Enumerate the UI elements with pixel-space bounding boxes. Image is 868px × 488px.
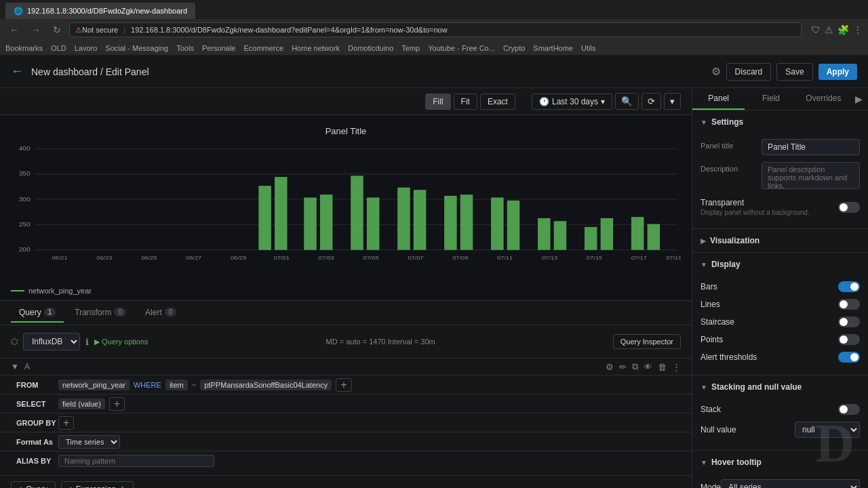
forward-button[interactable]: → [27,23,45,37]
extension-icon-2[interactable]: ⚠ [825,24,833,35]
extensions-icon[interactable]: 🧩 [837,24,849,35]
search-button[interactable]: 🔍 [615,93,639,110]
tab-query[interactable]: Query 1 [11,304,64,323]
address-bar[interactable]: ⚠ Not secure | 192.168.1.8:3000/d/D8Fwdo… [69,22,802,37]
add-expression-label: Expression [76,485,116,488]
group-by-add-button[interactable]: + [58,416,74,430]
format-as-select[interactable]: Time series [58,435,120,449]
more-options-button[interactable]: ▾ [664,93,681,110]
time-range-button[interactable]: 🕐 Last 30 days ▾ [532,94,612,110]
stack-toggle[interactable] [838,404,860,415]
section-label-a: A [24,362,30,371]
bookmark-social[interactable]: Social - Messaging [105,44,168,52]
bookmark-tools[interactable]: Tools [176,44,194,52]
svg-rect-10 [258,186,271,250]
apply-button[interactable]: Apply [818,64,857,80]
where-item-tag[interactable]: item [165,380,188,390]
reload-button[interactable]: ↻ [49,23,65,37]
help-icon-button[interactable]: ℹ [85,337,89,347]
add-query-label: Query [26,485,48,488]
svg-text:06/29: 06/29 [231,254,246,260]
tab-transform[interactable]: Transform 0 [66,304,134,323]
hover-tooltip-section-label: Hover tooltip [711,458,762,467]
tab-transform-badge: 0 [114,308,126,317]
where-value-tag[interactable]: ptPPMansardaSonoffBasic04Latency [200,380,332,390]
browser-tab-active[interactable]: 🌐 192.168.1.8:3000/d/D8FwdoZgk/new-dashb… [5,3,195,19]
alias-by-row: ALIAS BY [0,451,692,470]
section-more-icon[interactable]: ⋮ [672,362,681,372]
bookmark-ecommerce[interactable]: Ecommerce [243,44,283,52]
exact-button[interactable]: Exact [480,94,515,110]
from-measurement-tag[interactable]: network_ping_year [58,380,130,390]
svg-rect-18 [444,196,457,250]
bookmark-domotics[interactable]: Domoticduino [348,44,393,52]
datasource-icon: ⬡ [11,337,18,346]
bars-toggle[interactable] [838,281,860,292]
tab-panel[interactable]: Panel [692,88,745,110]
bookmark-old[interactable]: OLD [51,44,66,52]
section-duplicate-icon[interactable]: ⧉ [632,361,638,372]
fill-button[interactable]: Fill [425,94,450,110]
description-textarea[interactable] [762,162,860,189]
expand-panel-button[interactable]: ▶ [850,88,868,110]
staircase-toggle[interactable] [838,317,860,327]
add-expression-button[interactable]: + Expression ⚠ [61,481,134,488]
query-options-button[interactable]: ▶ Query options [94,338,149,346]
tab-field[interactable]: Field [745,88,797,110]
bookmark-utils[interactable]: Utils [581,44,595,52]
transparent-toggle[interactable] [838,202,860,213]
discard-button[interactable]: Discard [726,63,772,81]
select-add-button[interactable]: + [109,397,125,411]
back-button[interactable]: ← [5,23,23,37]
extension-icon-1[interactable]: 🛡 [811,24,821,35]
chart-svg: 400 350 300 250 200 [11,142,681,271]
alert-thresholds-toggle[interactable] [838,352,860,363]
svg-rect-13 [320,195,333,250]
transparent-row: Transparent Display panel without a back… [701,198,860,216]
points-toggle[interactable] [838,334,860,345]
save-button[interactable]: Save [776,63,812,81]
null-value-select[interactable]: null connected null as zero [795,422,860,438]
select-content: field (value) + [58,397,681,411]
svg-text:250: 250 [19,221,31,228]
alias-by-input[interactable] [58,455,214,467]
section-copy-icon[interactable]: ⚙ [606,362,614,372]
bookmark-smarthome[interactable]: SmartHome [533,44,573,52]
settings-section-header[interactable]: ▼ Settings [692,110,868,134]
bookmark-crypto[interactable]: Crypto [503,44,525,52]
bookmark-temp[interactable]: Temp [401,44,420,52]
bookmark-youtube[interactable]: Youtube - Free Co... [428,44,495,52]
bookmark-bookmarks[interactable]: Bookmarks [5,44,43,52]
settings-icon-button[interactable]: ⚙ [711,65,721,78]
lines-toggle[interactable] [838,299,860,310]
bookmark-personale[interactable]: Personale [202,44,236,52]
section-delete-icon[interactable]: 🗑 [658,362,667,372]
svg-rect-14 [351,176,363,249]
mode-select[interactable]: All series Single [721,479,860,488]
query-inspector-button[interactable]: Query Inspector [613,334,681,349]
svg-text:07/11: 07/11 [497,254,513,260]
datasource-select[interactable]: InfluxDB [23,333,80,350]
tab-overrides[interactable]: Overrides [797,88,850,110]
description-label: Description [701,162,762,173]
stacking-section-header[interactable]: ▼ Stacking and null value [692,375,868,399]
panel-title-input[interactable] [762,139,860,155]
back-button[interactable]: ← [11,64,23,79]
menu-icon[interactable]: ⋮ [853,24,863,35]
svg-rect-22 [538,218,551,250]
visualization-section-header[interactable]: ▶ Visualization [692,229,868,252]
tab-alert[interactable]: Alert 0 [137,304,184,323]
refresh-button[interactable]: ⟳ [642,93,661,110]
display-section-header[interactable]: ▼ Display [692,253,868,276]
section-hide-icon[interactable]: 👁 [644,362,652,372]
section-edit-icon[interactable]: ✏ [619,362,627,372]
fit-button[interactable]: Fit [454,94,477,110]
hover-tooltip-section-header[interactable]: ▼ Hover tooltip [692,451,868,474]
where-add-button[interactable]: + [336,378,351,392]
add-query-button[interactable]: + Query [11,481,56,488]
bookmark-lavoro[interactable]: Lavoro [75,44,98,52]
bookmark-home[interactable]: Home network [292,44,340,52]
query-section-header-a[interactable]: ▼ A ⚙ ✏ ⧉ 👁 🗑 ⋮ [0,358,692,375]
select-field-tag[interactable]: field (value) [58,399,105,409]
settings-section: ▼ Settings Panel title Description [692,110,868,229]
